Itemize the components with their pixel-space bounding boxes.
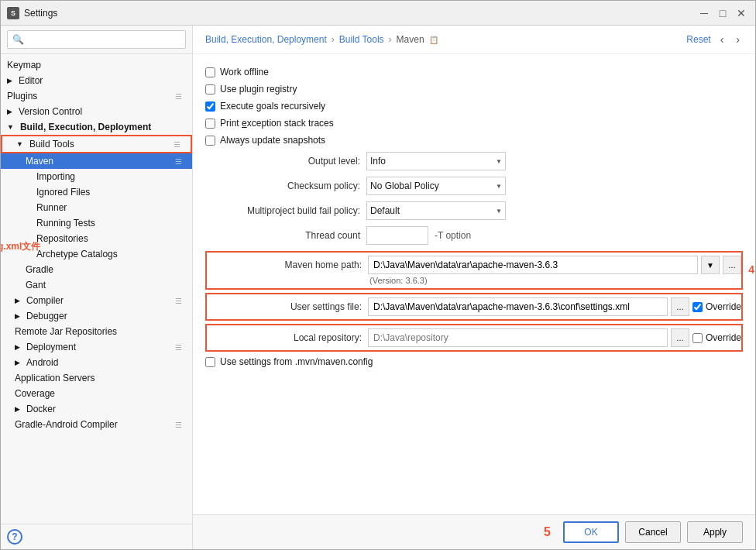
- local-repo-override-label: Override: [706, 332, 741, 343]
- maven-settings-icon: ☰: [175, 156, 186, 167]
- always-update-row: Always update snapshots: [205, 135, 743, 146]
- build-tools-settings-icon: ☰: [174, 139, 184, 150]
- maven-version-hint: (Version: 3.6.3): [207, 276, 741, 285]
- local-repo-row: Local repository: … Override: [207, 328, 741, 347]
- titlebar: S Settings ─ □ ✕: [1, 1, 755, 26]
- multiproject-value: Default: [370, 205, 496, 216]
- checksum-policy-select[interactable]: No Global Policy ▼: [366, 177, 506, 195]
- work-offline-row: Work offline: [205, 67, 743, 77]
- output-level-select[interactable]: Info ▼: [366, 152, 506, 170]
- ok-button[interactable]: OK: [563, 521, 619, 543]
- use-settings-mvn-checkbox[interactable]: [205, 357, 215, 367]
- close-button[interactable]: ✕: [734, 5, 749, 21]
- local-repo-override-checkbox[interactable]: [692, 333, 703, 343]
- help-button[interactable]: ?: [7, 529, 22, 545]
- sidebar-tree: Keymap ▶ Editor Plugins ☰ ▶ Version Cont…: [1, 54, 192, 524]
- output-level-row: Output level: Info ▼: [205, 152, 743, 170]
- gradle-android-settings-icon: ☰: [175, 419, 186, 430]
- use-settings-mvn-label: Use settings from .mvn/maven.config: [220, 356, 373, 367]
- multiproject-select[interactable]: Default ▼: [366, 201, 506, 220]
- maven-home-browse-button[interactable]: …: [723, 256, 741, 274]
- cancel-button[interactable]: Cancel: [625, 521, 681, 543]
- sidebar-item-plugins[interactable]: Plugins ☰: [1, 88, 192, 104]
- breadcrumb-maven: Maven: [397, 34, 424, 45]
- sidebar-item-debugger[interactable]: ▶ Debugger: [1, 308, 192, 324]
- breadcrumb: Build, Execution, Deployment › Build Too…: [193, 26, 755, 54]
- reset-button[interactable]: Reset: [686, 34, 710, 45]
- use-plugin-registry-checkbox[interactable]: [205, 84, 215, 95]
- settings-form: Work offline Use plugin registry Execute…: [193, 54, 755, 514]
- annotation-5: 5: [544, 525, 551, 539]
- maven-home-row: Maven home path: ▼ …: [207, 256, 741, 274]
- work-offline-checkbox[interactable]: [205, 67, 215, 77]
- multiproject-label: Multiproject build fail policy:: [205, 205, 360, 216]
- right-panel: Build, Execution, Deployment › Build Too…: [193, 26, 755, 549]
- always-update-checkbox[interactable]: [205, 136, 215, 146]
- settings-window: S Settings ─ □ ✕ Keymap ▶ Editor: [0, 0, 756, 550]
- sidebar-item-gradle-android[interactable]: Gradle-Android Compiler ☰: [1, 417, 192, 432]
- sidebar-item-running-tests[interactable]: Running Tests: [1, 215, 192, 231]
- sidebar-item-build-tools[interactable]: ▼ Build Tools ☰ 1: [1, 135, 192, 153]
- work-offline-label: Work offline: [220, 67, 269, 77]
- t-option-label: -T option: [435, 230, 471, 241]
- sidebar-item-deployment[interactable]: ▶ Deployment ☰: [1, 339, 192, 355]
- local-repo-label: Local repository:: [207, 332, 362, 343]
- user-settings-override-label: Override: [706, 301, 741, 312]
- maximize-button[interactable]: □: [715, 5, 730, 21]
- output-level-arrow-icon: ▼: [496, 158, 502, 165]
- use-plugin-registry-row: Use plugin registry: [205, 84, 743, 95]
- always-update-label: Always update snapshots: [220, 135, 325, 146]
- sidebar-item-keymap[interactable]: Keymap: [1, 57, 192, 73]
- maven-home-input[interactable]: [368, 256, 698, 274]
- sidebar-item-build-exec-deploy[interactable]: ▼ Build, Execution, Deployment: [1, 119, 192, 135]
- sidebar-item-maven[interactable]: Maven ☰: [1, 153, 192, 169]
- bottom-bar: 5 OK Cancel Apply: [193, 514, 755, 549]
- sidebar-item-version-control[interactable]: ▶ Version Control: [1, 104, 192, 119]
- checksum-policy-label: Checksum policy:: [205, 180, 360, 191]
- sidebar-item-remote-jar-repos[interactable]: Remote Jar Repositories: [1, 324, 192, 339]
- print-exception-checkbox[interactable]: [205, 119, 215, 129]
- annotation-3-label: 找到setting.xml文件: [1, 240, 40, 253]
- sidebar-item-importing[interactable]: Importing: [1, 169, 192, 184]
- minimize-button[interactable]: ─: [696, 5, 712, 21]
- output-level-value: Info: [370, 156, 496, 167]
- checksum-policy-value: No Global Policy: [370, 180, 496, 191]
- local-repo-browse-button[interactable]: …: [671, 328, 689, 347]
- sidebar-item-android[interactable]: ▶ Android: [1, 355, 192, 370]
- print-exception-label: Print exception stack traces: [220, 118, 334, 129]
- local-repo-input[interactable]: [368, 328, 668, 347]
- thread-count-row: Thread count -T option: [205, 226, 743, 245]
- sidebar-bottom: ?: [1, 524, 192, 549]
- checksum-policy-row: Checksum policy: No Global Policy ▼: [205, 177, 743, 195]
- execute-goals-checkbox[interactable]: [205, 101, 215, 112]
- user-settings-override-checkbox[interactable]: [692, 302, 703, 312]
- sidebar-item-gant[interactable]: Gant: [1, 277, 192, 293]
- user-settings-row: User settings file: … Override: [207, 297, 741, 316]
- thread-count-input[interactable]: [366, 226, 428, 245]
- sidebar-item-runner[interactable]: Runner: [1, 200, 192, 215]
- sidebar-item-coverage[interactable]: Coverage: [1, 386, 192, 401]
- back-button[interactable]: ‹: [717, 32, 727, 47]
- search-input[interactable]: [7, 30, 186, 49]
- local-repo-section: Local repository: … Override 本地仓库的位置: [205, 324, 743, 352]
- user-settings-input[interactable]: [368, 297, 668, 316]
- sidebar-item-editor[interactable]: ▶ Editor: [1, 73, 192, 88]
- breadcrumb-build-exec[interactable]: Build, Execution, Deployment: [205, 34, 327, 45]
- forward-button[interactable]: ›: [733, 32, 743, 47]
- maven-home-dropdown-button[interactable]: ▼: [701, 256, 720, 274]
- sidebar-item-gradle[interactable]: Gradle 4: [1, 262, 192, 277]
- breadcrumb-build-tools[interactable]: Build Tools: [339, 34, 384, 45]
- sidebar-item-ignored-files[interactable]: Ignored Files: [1, 184, 192, 200]
- window-controls: ─ □ ✕: [696, 5, 749, 21]
- checksum-policy-arrow-icon: ▼: [496, 183, 502, 190]
- sidebar-item-compiler[interactable]: ▶ Compiler ☰: [1, 293, 192, 308]
- sidebar-item-docker[interactable]: ▶ Docker: [1, 401, 192, 417]
- execute-goals-row: Execute goals recursively: [205, 101, 743, 112]
- breadcrumb-sep1: ›: [332, 34, 335, 45]
- breadcrumb-actions: Reset ‹ ›: [686, 32, 743, 47]
- apply-button[interactable]: Apply: [687, 521, 743, 543]
- output-level-label: Output level:: [205, 156, 360, 167]
- window-title: Settings: [24, 8, 696, 19]
- sidebar-item-app-servers[interactable]: Application Servers: [1, 370, 192, 386]
- user-settings-browse-button[interactable]: …: [671, 297, 689, 316]
